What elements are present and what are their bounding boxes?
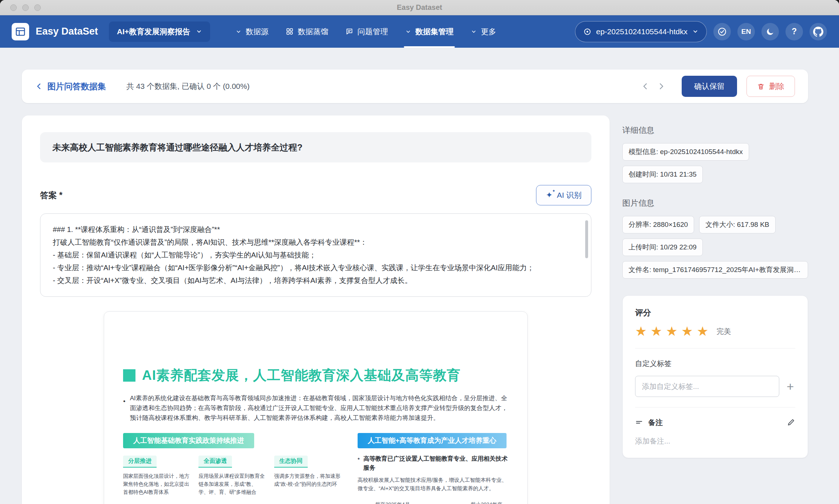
source-image-preview[interactable]: AI素养配套发展，人工智能教育深入基础及高等教育 ● AI素养的系统化建设在基础… <box>104 311 528 504</box>
answer-line: - 专业层：推动“AI+专业”课程融合（如“AI+医学影像分析”“AI+金融风控… <box>53 261 571 274</box>
answer-line: - 基础层：保留AI通识课程（如“人工智能导论”），夯实学生的AI认知与基础技能… <box>53 249 571 261</box>
chevron-down-icon <box>196 28 202 35</box>
policy-tag: 全面渗透 应用场景从课程设置到教育全链条加速发展，形成“教、学、评、育、研”多维… <box>198 456 266 496</box>
add-tag-button[interactable]: + <box>785 380 795 393</box>
chevron-down-icon <box>471 29 477 35</box>
chevron-left-icon <box>641 82 650 91</box>
dataset-editor-card: 未来高校人工智能素养教育将通过哪些途径融入人才培养全过程? 答案 * ✦✦ AI… <box>22 115 610 504</box>
check-circle-icon <box>717 27 727 36</box>
chevron-down-icon <box>405 29 411 35</box>
prev-dataset-button[interactable] <box>637 78 653 94</box>
ai-recognize-button[interactable]: ✦✦ AI 识别 <box>536 185 591 205</box>
slide-title-row: AI素养配套发展，人工智能教育深入基础及高等教育 <box>123 366 508 385</box>
higher-ed-subtitle-text: 高等教育已广泛设置人工智能教育专业、应用相关技术服务 <box>363 454 508 472</box>
slide-title-square-icon <box>123 369 135 382</box>
answer-scrollbar[interactable] <box>585 220 588 258</box>
nav-item-more[interactable]: 更多 <box>462 15 505 48</box>
delete-button-label: 删除 <box>769 81 784 91</box>
question-text: 未来高校人工智能素养教育将通过哪些途径融入人才培养全过程? <box>40 132 591 162</box>
model-selector[interactable]: ep-20251024105544-htdkx <box>575 21 707 42</box>
dataset-summary: 共 43 个数据集, 已确认 0 个 (0.00%) <box>126 81 249 91</box>
page: 图片问答数据集 共 43 个数据集, 已确认 0 个 (0.00%) 确认保留 … <box>0 48 839 504</box>
divider <box>635 348 795 349</box>
resolution-chip: 分辨率: 2880×1620 <box>622 216 694 233</box>
tasks-button[interactable] <box>713 23 731 40</box>
content: 未来高校人工智能素养教育将通过哪些途径融入人才培养全过程? 答案 * ✦✦ AI… <box>22 115 808 504</box>
higher-ed-body: 高校积极发展人工智能技术应用/服务，增设人工智能本科专业、微专业、“AI+X”的… <box>358 476 508 493</box>
chat-icon <box>346 28 353 35</box>
higher-ed-stats: → 截至2025年4月 626所高校 备案人工智能本科专业 → 截止2024年底… <box>358 501 508 504</box>
custom-tag-input-row: + <box>635 376 795 397</box>
confirm-keep-button[interactable]: 确认保留 <box>682 76 737 97</box>
slide-left-column: 人工智能基础教育实践政策持续推进 分层推进 国家层面强化顶层设计，地方聚焦特色化… <box>123 433 342 504</box>
delete-button[interactable]: 删除 <box>747 76 795 97</box>
titlebar: Easy Dataset <box>0 0 839 15</box>
app-window: Easy Dataset Easy DataSet AI+教育发展洞察报告 数据… <box>0 0 839 504</box>
notes-placeholder[interactable]: 添加备注... <box>635 436 795 446</box>
trash-icon <box>757 83 765 90</box>
nav-item-questions[interactable]: 问题管理 <box>337 15 397 48</box>
project-selector[interactable]: AI+教育发展洞察报告 <box>109 21 210 42</box>
toolbar-actions: 确认保留 删除 <box>637 76 795 97</box>
notes-header: 备注 <box>635 418 795 428</box>
chevron-down-icon <box>236 29 241 35</box>
bullet-icon: • <box>358 454 360 472</box>
answer-header: 答案 * ✦✦ AI 识别 <box>40 185 591 205</box>
upload-time-chip: 上传时间: 10/29 22:09 <box>622 239 703 256</box>
main-nav: 数据源 数据蒸馏 问题管理 数据集管理 更多 <box>227 15 505 48</box>
star-icon[interactable]: ★ <box>650 325 662 338</box>
right-column-banner: 人工智能+高等教育成为产业人才培养重心 <box>358 433 507 448</box>
pencil-icon <box>787 418 795 426</box>
star-rating: ★ ★ ★ ★ ★ 完美 <box>635 325 795 338</box>
nav-item-datasets[interactable]: 数据集管理 <box>397 15 462 48</box>
policy-tag-desc: 应用场景从课程设置到教育全链条加速发展，形成“教、学、评、育、研”多维融合 <box>198 472 266 496</box>
language-label: EN <box>741 28 751 36</box>
model-info-chip: 模型信息: ep-20251024105544-htdkx <box>622 143 749 161</box>
distill-icon <box>286 28 294 35</box>
answer-textarea[interactable]: ### 1. **课程体系重构：从“通识普及”到“深度融合”** 打破人工智能教… <box>40 213 591 297</box>
stat-block: 截止2024年底 751所高职院校 备案人工智能技术应用（服务） <box>449 501 524 504</box>
policy-tag-desc: 国家层面强化顶层设计，地方聚焦特色化落地，如北京提出首都特色AI教育体系 <box>123 472 190 496</box>
back-link[interactable]: 图片问答数据集 <box>35 81 106 92</box>
stat-period: 截至2025年4月 <box>365 501 421 504</box>
edit-notes-button[interactable] <box>787 418 795 428</box>
chevron-right-icon <box>657 82 666 91</box>
notes-title: 备注 <box>648 418 663 428</box>
answer-label: 答案 * <box>40 190 62 201</box>
nav-item-label: 数据集管理 <box>415 27 453 37</box>
model-icon <box>583 28 591 36</box>
github-button[interactable] <box>810 23 827 40</box>
theme-toggle-button[interactable] <box>761 23 779 40</box>
language-button[interactable]: EN <box>737 23 755 40</box>
answer-line: - 交叉层：开设“AI+X”微专业、交叉项目（如AI与艺术、AI与法律），培养跨… <box>53 274 571 287</box>
image-info-chips: 分辨率: 2880×1620 文件大小: 617.98 KB 上传时间: 10/… <box>622 216 808 279</box>
back-link-label: 图片问答数据集 <box>47 81 106 92</box>
ai-recognize-label: AI 识别 <box>557 190 582 200</box>
slide-right-column: 人工智能+高等教育成为产业人才培养重心 • 高等教育已广泛设置人工智能教育专业、… <box>358 433 508 504</box>
star-icon[interactable]: ★ <box>666 325 678 338</box>
rating-title: 评分 <box>635 307 795 318</box>
higher-ed-subtitle: • 高等教育已广泛设置人工智能教育专业、应用相关技术服务 <box>358 454 508 472</box>
details-heading: 详细信息 <box>622 125 808 136</box>
answer-line: 打破人工智能教育“仅作通识课普及”的局限，将AI知识、技术与思维**深度融入各学… <box>53 236 571 249</box>
star-icon[interactable]: ★ <box>697 325 708 338</box>
next-dataset-button[interactable] <box>653 78 669 94</box>
nav-item-datasource[interactable]: 数据源 <box>227 15 277 48</box>
policy-tag-name: 全面渗透 <box>198 456 232 468</box>
custom-tag-input[interactable] <box>635 376 779 397</box>
stat-block: 截至2025年4月 626所高校 备案人工智能本科专业 <box>365 501 421 504</box>
rating-label: 完美 <box>716 327 731 336</box>
slide-columns: 人工智能基础教育实践政策持续推进 分层推进 国家层面强化顶层设计，地方聚焦特色化… <box>123 433 508 504</box>
answer-line: ### 1. **课程体系重构：从“通识普及”到“深度融合”** <box>53 223 571 236</box>
star-icon[interactable]: ★ <box>681 325 693 338</box>
chevron-left-icon <box>35 82 43 90</box>
image-info-heading: 图片信息 <box>622 198 808 209</box>
policy-tag: 分层推进 国家层面强化顶层设计，地方聚焦特色化落地，如北京提出首都特色AI教育体… <box>123 456 190 496</box>
help-button[interactable]: ? <box>785 23 803 40</box>
left-column-banner: 人工智能基础教育实践政策持续推进 <box>123 433 254 448</box>
slide-intro-text: AI素养的系统化建设在基础教育与高等教育领域同步加速推进：在基础教育领域，国家顶… <box>130 393 508 423</box>
app-logo <box>12 23 29 40</box>
star-icon[interactable]: ★ <box>635 325 647 338</box>
sparkles-icon: ✦✦ <box>546 191 552 199</box>
nav-item-distill[interactable]: 数据蒸馏 <box>277 15 337 48</box>
